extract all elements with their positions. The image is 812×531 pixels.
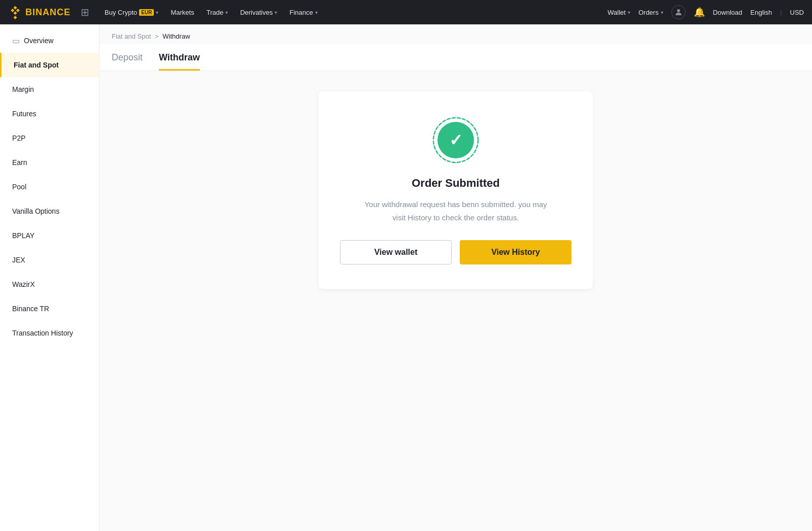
svg-marker-3 xyxy=(14,11,17,15)
binance-logo-icon xyxy=(8,5,22,19)
nav-trade[interactable]: Trade ▾ xyxy=(201,0,233,24)
sidebar-item-wazirx[interactable]: WazirX xyxy=(0,272,99,296)
view-history-button[interactable]: View History xyxy=(460,240,571,264)
svg-marker-1 xyxy=(11,9,14,12)
breadcrumb-separator: > xyxy=(155,33,158,40)
success-icon-wrapper: ✓ xyxy=(431,116,480,164)
breadcrumb-current: Withdraw xyxy=(162,32,190,40)
sidebar-item-earn[interactable]: Earn xyxy=(0,150,99,175)
svg-marker-0 xyxy=(14,6,17,10)
chevron-down-icon: ▾ xyxy=(315,10,318,15)
nav-markets[interactable]: Markets xyxy=(165,0,199,24)
success-description: Your withdrawal request has benn submitt… xyxy=(359,198,552,224)
chevron-down-icon: ▾ xyxy=(156,10,158,15)
breadcrumb: Fiat and Spot > Withdraw xyxy=(99,24,812,44)
main-content: Fiat and Spot > Withdraw Deposit Withdra… xyxy=(99,24,812,531)
checkmark-icon: ✓ xyxy=(449,130,463,150)
user-avatar[interactable] xyxy=(671,5,686,19)
sidebar-item-bplay[interactable]: BPLAY xyxy=(0,223,99,248)
nav-buy-crypto[interactable]: Buy Crypto EUR ▾ xyxy=(99,0,163,24)
overview-icon: ▭ xyxy=(12,36,20,46)
sidebar: ▭ Overview Fiat and Spot Margin Futures … xyxy=(0,24,99,531)
tabs: Deposit Withdraw xyxy=(99,44,812,71)
sidebar-item-futures[interactable]: Futures xyxy=(0,102,99,126)
breadcrumb-parent[interactable]: Fiat and Spot xyxy=(112,32,151,40)
sidebar-item-jex[interactable]: JEX xyxy=(0,248,99,272)
sidebar-item-overview[interactable]: ▭ Overview xyxy=(0,28,99,53)
tab-deposit[interactable]: Deposit xyxy=(112,44,143,71)
download-link[interactable]: Download xyxy=(713,9,742,16)
grid-icon[interactable]: ⊞ xyxy=(81,6,89,18)
sidebar-item-pool[interactable]: Pool xyxy=(0,175,99,199)
svg-marker-2 xyxy=(16,9,20,12)
sidebar-item-fiat-and-spot[interactable]: Fiat and Spot xyxy=(0,53,99,77)
success-card: ✓ Order Submitted Your withdrawal reques… xyxy=(319,91,593,289)
chevron-down-icon: ▾ xyxy=(275,10,277,15)
chevron-down-icon: ▾ xyxy=(628,10,630,15)
orders-menu[interactable]: Orders ▾ xyxy=(638,9,663,16)
sidebar-item-margin[interactable]: Margin xyxy=(0,77,99,102)
action-buttons: View wallet View History xyxy=(339,240,572,264)
chevron-down-icon: ▾ xyxy=(661,10,663,15)
sidebar-item-vanilla-options[interactable]: Vanilla Options xyxy=(0,199,99,223)
chevron-down-icon: ▾ xyxy=(225,10,228,15)
view-wallet-button[interactable]: View wallet xyxy=(340,240,452,264)
nav-finance[interactable]: Finance ▾ xyxy=(284,0,322,24)
svg-marker-4 xyxy=(14,16,17,19)
notification-bell-icon[interactable]: 🔔 xyxy=(694,7,705,18)
nav-derivatives[interactable]: Derivatives ▾ xyxy=(235,0,282,24)
sidebar-item-transaction-history[interactable]: Transaction History xyxy=(0,321,99,345)
main-layout: ▭ Overview Fiat and Spot Margin Futures … xyxy=(0,24,812,531)
sidebar-item-binance-tr[interactable]: Binance TR xyxy=(0,296,99,321)
logo[interactable]: BINANCE xyxy=(8,5,71,19)
tab-withdraw[interactable]: Withdraw xyxy=(159,44,200,71)
divider: | xyxy=(780,9,782,16)
header: BINANCE ⊞ Buy Crypto EUR ▾ Markets Trade… xyxy=(0,0,812,24)
language-selector[interactable]: English xyxy=(751,9,772,16)
success-title: Order Submitted xyxy=(412,177,500,190)
wallet-menu[interactable]: Wallet ▾ xyxy=(607,9,630,16)
logo-text: BINANCE xyxy=(25,7,71,18)
content-area: ✓ Order Submitted Your withdrawal reques… xyxy=(99,71,812,309)
currency-selector[interactable]: USD xyxy=(790,9,804,16)
svg-point-5 xyxy=(677,9,680,12)
header-right: Wallet ▾ Orders ▾ 🔔 Download English | U… xyxy=(607,5,804,19)
sidebar-item-p2p[interactable]: P2P xyxy=(0,126,99,150)
checkmark-circle: ✓ xyxy=(437,122,474,158)
header-nav: Buy Crypto EUR ▾ Markets Trade ▾ Derivat… xyxy=(99,0,597,24)
